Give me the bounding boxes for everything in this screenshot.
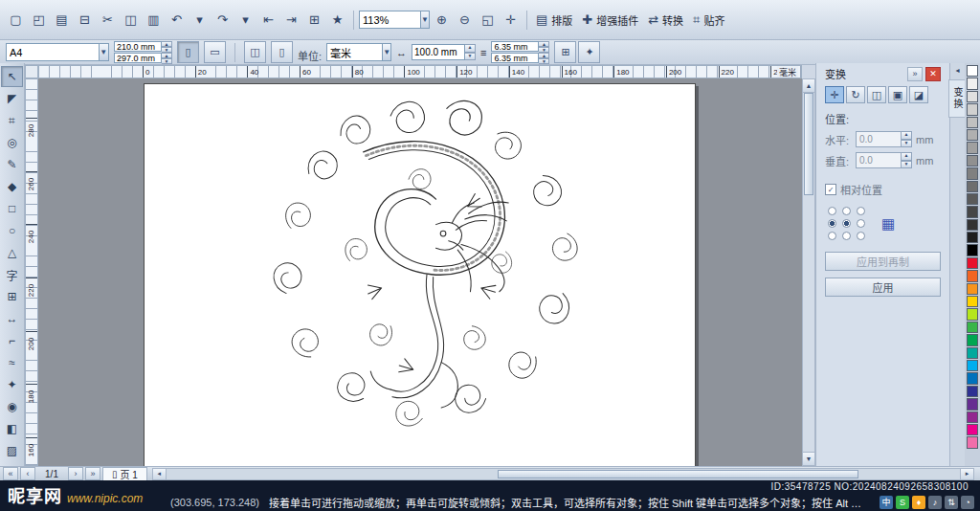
duplicate-x-spinner[interactable]: ▲▼ — [491, 41, 549, 52]
spin-down-icon[interactable]: ▼ — [902, 161, 912, 169]
color-swatch[interactable] — [967, 322, 978, 333]
pick-tool[interactable]: ↖ — [1, 66, 23, 87]
zoom-out-icon[interactable]: ⊖ — [454, 9, 476, 32]
fill-tool[interactable]: ◧ — [1, 418, 23, 439]
scale-mirror-tab[interactable]: ◫ — [867, 86, 886, 103]
open-icon[interactable]: ◰ — [28, 9, 50, 32]
paper-height-spinner[interactable]: ▲▼ — [114, 53, 172, 63]
paper-type-input[interactable] — [7, 47, 99, 58]
save-icon[interactable]: ▤ — [51, 9, 73, 32]
spin-up-icon[interactable]: ▲ — [902, 131, 912, 140]
docker-close-button[interactable]: ✕ — [925, 67, 941, 81]
relative-position-checkbox[interactable]: ✓ — [825, 184, 836, 195]
paper-width-input[interactable] — [114, 41, 162, 52]
vertical-ruler[interactable]: 28026024022020018016014012010080604020 — [25, 78, 38, 466]
zoom-in-icon[interactable]: ⊕ — [431, 9, 453, 32]
rectangle-tool[interactable]: □ — [1, 198, 23, 219]
anchor-bottom-left[interactable] — [828, 232, 836, 240]
docker-expand-button[interactable]: » — [907, 67, 923, 81]
scroll-left-icon[interactable]: ◂ — [153, 469, 167, 479]
chevron-down-icon[interactable]: ▼ — [99, 44, 108, 60]
color-swatch[interactable] — [967, 308, 978, 320]
convert-button[interactable]: ⇄ 转换 — [644, 9, 687, 32]
scroll-right-icon[interactable]: ▸ — [960, 469, 973, 479]
page-tab[interactable]: ▯ 页 1 — [102, 467, 147, 481]
horizontal-scrollbar[interactable]: ◂ ▸ — [152, 468, 974, 480]
print-icon[interactable]: ⊟ — [74, 9, 96, 32]
color-swatch[interactable] — [967, 65, 978, 77]
app-launcher-icon[interactable]: ⊞ — [303, 9, 325, 32]
color-swatch[interactable] — [967, 411, 978, 423]
color-swatch[interactable] — [967, 386, 978, 397]
spin-up-icon[interactable]: ▲ — [465, 44, 476, 53]
duplicate-y-spinner[interactable]: ▲▼ — [491, 53, 549, 63]
anchor-middle-right[interactable] — [857, 219, 865, 228]
nudge-offset-spinner[interactable]: ▲▼ — [412, 44, 476, 60]
chevron-down-icon[interactable]: ▼ — [420, 11, 429, 28]
last-page-icon[interactable]: » — [85, 467, 100, 480]
horizontal-ruler[interactable]: 毫米 020406080100120140160180200220240260 — [38, 65, 802, 78]
anchor-top-center[interactable] — [842, 207, 851, 215]
zoom-level-input[interactable] — [360, 14, 420, 26]
horizontal-scroll-thumb[interactable] — [498, 470, 858, 478]
dock-collapse-icon[interactable]: ◂ — [955, 66, 959, 75]
anchor-center[interactable] — [842, 219, 851, 228]
eyedropper-tool[interactable]: ✦ — [1, 374, 23, 395]
color-swatch[interactable] — [967, 181, 978, 192]
antivirus-icon[interactable]: ♦ — [912, 496, 925, 509]
input-method-icon[interactable]: 中 — [880, 496, 893, 509]
speaker-icon[interactable]: ♪ — [928, 496, 942, 509]
vertical-spinner[interactable]: ▲▼ — [856, 152, 912, 168]
clock-icon[interactable]: ◔ — [961, 496, 974, 509]
color-swatch[interactable] — [967, 117, 978, 128]
color-swatch[interactable] — [967, 244, 978, 256]
copy-icon[interactable]: ◫ — [120, 9, 142, 32]
anchor-top-left[interactable] — [828, 207, 836, 215]
color-swatch[interactable] — [967, 283, 978, 295]
ellipse-tool[interactable]: ○ — [1, 220, 23, 241]
cut-icon[interactable]: ✂ — [97, 9, 119, 32]
color-swatch[interactable] — [967, 398, 978, 410]
chevron-down-icon[interactable]: ▼ — [382, 44, 390, 60]
size-tab[interactable]: ▣ — [888, 86, 907, 103]
color-swatch[interactable] — [967, 142, 978, 153]
apply-button[interactable]: 应用 — [825, 278, 941, 297]
plugins-button[interactable]: ✚ 增强插件 — [578, 9, 642, 32]
page-a4[interactable] — [144, 83, 696, 466]
previous-page-icon[interactable]: ‹ — [20, 467, 35, 480]
color-swatch[interactable] — [967, 372, 978, 384]
duplicate-x-input[interactable] — [491, 41, 539, 52]
outline-pen-tool[interactable]: ◉ — [1, 396, 23, 417]
zoom-level-combo[interactable]: ▼ — [359, 11, 430, 29]
text-tool[interactable]: 字 — [1, 264, 23, 285]
layout-button[interactable]: ▤ 排版 — [532, 9, 576, 32]
color-swatch[interactable] — [967, 436, 978, 448]
network-icon[interactable]: ⇅ — [945, 496, 958, 509]
undo-icon[interactable]: ↶ — [166, 9, 188, 32]
import-icon[interactable]: ⇤ — [257, 9, 279, 32]
color-swatch[interactable] — [967, 360, 978, 371]
connector-tool[interactable]: ⌐ — [1, 330, 23, 351]
spin-up-icon[interactable]: ▲ — [902, 152, 912, 161]
color-swatch[interactable] — [967, 270, 978, 281]
spin-down-icon[interactable]: ▼ — [162, 58, 172, 64]
next-page-icon[interactable]: › — [68, 467, 83, 480]
polygon-tool[interactable]: △ — [1, 242, 23, 263]
duplicate-y-input[interactable] — [491, 53, 539, 63]
crop-tool[interactable]: ⌗ — [1, 110, 23, 131]
first-page-icon[interactable]: « — [3, 467, 18, 480]
skew-tab[interactable]: ◪ — [909, 86, 928, 103]
color-swatch[interactable] — [967, 219, 978, 231]
table-tool[interactable]: ⊞ — [1, 286, 23, 307]
scroll-down-icon[interactable]: ▼ — [803, 452, 814, 465]
export-icon[interactable]: ⇥ — [280, 9, 302, 32]
smart-fill-tool[interactable]: ◆ — [1, 176, 23, 197]
snap-button[interactable]: ⌗ 贴齐 — [689, 9, 728, 32]
paste-icon[interactable]: ▥ — [143, 9, 165, 32]
blend-tool[interactable]: ≈ — [1, 352, 23, 373]
nudge-offset-input[interactable] — [412, 44, 465, 60]
scroll-up-icon[interactable]: ▲ — [803, 79, 814, 93]
color-swatch[interactable] — [967, 206, 978, 217]
vertical-scroll-thumb[interactable] — [804, 93, 813, 195]
shape-tool[interactable]: ◤ — [1, 88, 23, 109]
